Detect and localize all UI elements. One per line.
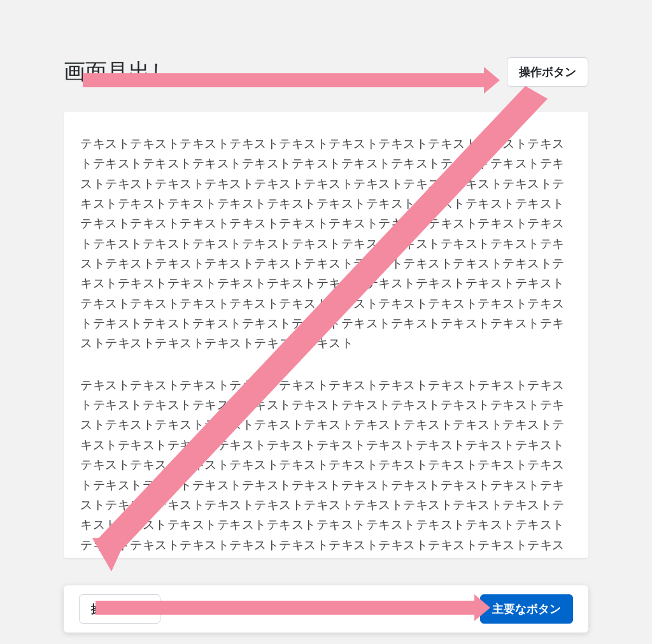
page-title: 画面見出し: [64, 57, 173, 87]
header-action-button[interactable]: 操作ボタン: [507, 57, 588, 87]
footer-secondary-button[interactable]: 操作ボタン: [79, 594, 160, 624]
footer-primary-button[interactable]: 主要なボタン: [480, 594, 573, 624]
paragraph-1: テキストテキストテキストテキストテキストテキストテキストテキストテキストテキスト…: [80, 134, 572, 354]
footer-action-bar: 操作ボタン 主要なボタン: [64, 585, 588, 633]
paragraph-2: テキストテキストテキストテキストテキストテキストテキストテキストテキストテキスト…: [80, 375, 572, 558]
body-text: テキストテキストテキストテキストテキストテキストテキストテキストテキストテキスト…: [80, 134, 572, 558]
content-card: テキストテキストテキストテキストテキストテキストテキストテキストテキストテキスト…: [64, 112, 588, 558]
page-header: 画面見出し 操作ボタン: [64, 57, 588, 87]
